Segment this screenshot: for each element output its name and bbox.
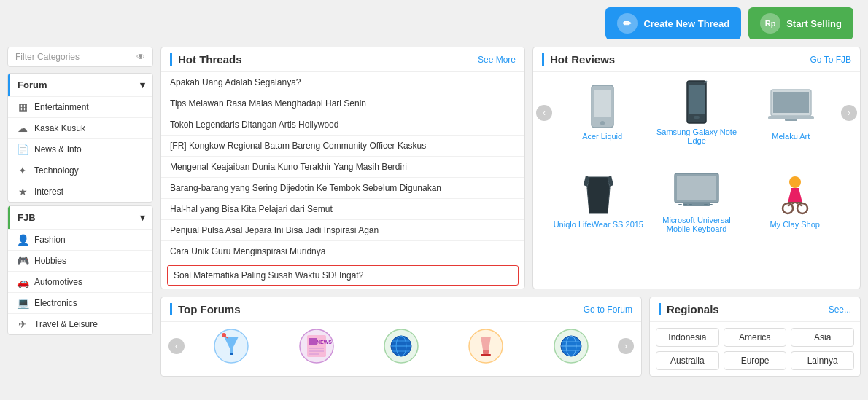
chevron-down-icon2: ▾ [140,212,145,223]
thread-item[interactable]: Tips Melawan Rasa Malas Menghadapi Hari … [161,93,524,114]
news-info-label: News & Info [34,144,82,154]
thread-item[interactable]: Penjual Pulsa Asal Jepara Ini Bisa Jadi … [161,220,524,241]
forum-icon-1 [213,328,249,364]
forum-card-1[interactable] [190,328,272,364]
travel-icon: ✈ [17,318,28,330]
forum-section-header[interactable]: Forum ▾ [8,74,152,96]
travel-label: Travel & Leisure [34,319,98,329]
forum-icon-globe1 [383,328,419,364]
review-card-melaku[interactable]: Melaku Art [744,81,838,145]
interest-icon: ★ [17,186,28,197]
sidebar: Filter Categories 👁 Forum ▾ ▦ Entertainm… [7,47,153,377]
sidebar-item[interactable]: ✦ Technology [8,160,152,181]
review-card-samsung[interactable]: Samsung Galaxy Note Edge [649,77,743,149]
thread-item[interactable]: Cara Unik Guru Menginspirasi Muridnya [161,241,524,262]
svg-point-19 [789,176,801,188]
forums-prev-arrow[interactable]: ‹ [168,338,185,354]
top-forums-title: Top Forums [170,303,241,315]
svg-rect-16 [689,204,692,205]
thread-item[interactable]: Tokoh Legendaris Ditangan Artis Hollywoo… [161,114,524,136]
tech-icon: ✦ [17,165,28,176]
create-thread-button[interactable]: ✏ Create New Thread [605,7,741,39]
svg-rect-18 [709,204,713,205]
forum-card-drink[interactable] [445,328,527,364]
fjb-section-header[interactable]: FJB ▾ [8,206,152,229]
sidebar-item[interactable]: 💻 Electronics [8,292,152,313]
auto-label: Automotives [34,277,82,287]
hot-threads-see-more[interactable]: See More [478,55,516,65]
forum-card-globe1[interactable] [360,328,442,364]
thread-item[interactable]: Mengenal Keajaiban Dunia Kuno Terakhir Y… [161,157,524,178]
forums-next-arrow[interactable]: › [618,338,634,354]
thread-item[interactable]: Hal-hal yang Bisa Kita Pelajari dari Sem… [161,199,524,220]
thread-item[interactable]: Barang-barang yang Sering Dijedotin Ke T… [161,178,524,199]
regional-indonesia[interactable]: Indonesia [656,328,719,347]
microsoft-image [651,169,743,213]
reviews-prev-arrow[interactable]: ‹ [536,105,552,121]
go-to-forum-link[interactable]: Go to Forum [584,305,632,315]
sidebar-item[interactable]: ☁ Kasak Kusuk [8,117,152,138]
svg-rect-5 [694,116,700,119]
review-card-microsoft[interactable]: Microsoft Universal Mobile Keyboard [648,165,746,238]
thread-item[interactable]: Apakah Uang Adalah Segalanya? [161,72,524,93]
top-bar: ✏ Create New Thread Rp Start Selling [0,0,868,47]
regional-europe[interactable]: Europe [724,351,787,370]
top-forums-panel: Top Forums Go to Forum ‹ [160,297,642,377]
kasak-label: Kasak Kusuk [34,123,85,133]
microsoft-name[interactable]: Microsoft Universal Mobile Keyboard [651,216,743,233]
fashion-label: Fashion [34,235,66,245]
sell-icon: Rp [760,13,780,34]
sidebar-item[interactable]: ★ Interest [8,181,152,202]
forum-icon-drink [468,328,504,364]
clay-image [748,173,841,217]
regionals-grid: Indonesia America Asia Australia Europe … [650,322,860,376]
review-card-clayfigure[interactable]: My Clay Shop [745,169,844,233]
uniqlo-name[interactable]: Uniqlo LifeWear SS 2015 [552,220,645,229]
acer-name[interactable]: Acer Liquid [558,132,646,141]
entertainment-label: Entertainment [34,102,89,112]
forum-card-news[interactable]: NEWS [275,328,357,364]
uniqlo-image [552,173,645,217]
chevron-down-icon: ▾ [140,79,145,90]
kasak-icon: ☁ [17,122,28,134]
svg-rect-14 [678,204,682,205]
go-to-fjb-link[interactable]: Go To FJB [810,55,851,65]
filter-bar[interactable]: Filter Categories 👁 [7,47,153,67]
news-icon: 📄 [17,144,28,155]
svg-rect-8 [773,92,809,113]
samsung-name[interactable]: Samsung Galaxy Note Edge [652,128,740,145]
regional-australia[interactable]: Australia [656,351,719,370]
svg-rect-45 [483,350,489,354]
melaku-image [747,85,835,129]
thread-item-highlighted[interactable]: Soal Matematika Paling Susah Waktu SD! I… [167,265,519,286]
hot-reviews-title: Hot Reviews [542,53,615,66]
sidebar-item[interactable]: 🚗 Automotives [8,271,152,292]
sidebar-item[interactable]: ✈ Travel & Leisure [8,313,152,334]
regionals-see-more[interactable]: See... [829,305,851,315]
svg-rect-4 [689,85,705,114]
tech-label: Technology [34,165,79,176]
review-card-uniqlo[interactable]: Uniqlo LifeWear SS 2015 [549,169,648,233]
forum-icon-globe2 [553,328,589,364]
start-selling-button[interactable]: Rp Start Selling [748,7,853,39]
sidebar-item-fashion[interactable]: 👤 Fashion [8,229,152,250]
regional-america[interactable]: America [724,328,787,347]
sidebar-item[interactable]: ▦ Entertainment [8,96,152,117]
electronics-icon: 💻 [17,297,28,309]
clay-name[interactable]: My Clay Shop [748,220,841,229]
regional-asia[interactable]: Asia [791,328,854,347]
acer-image [558,85,646,129]
forum-icon-news: NEWS [298,328,335,364]
hot-reviews-header: Hot Reviews Go To FJB [533,47,860,72]
fjb-section: FJB ▾ 👤 Fashion 🎮 Hobbies 🚗 Automotives … [7,205,153,335]
forum-label: Forum [18,79,47,90]
regional-lainnya[interactable]: Lainnya [791,351,854,370]
reviews-next-arrow[interactable]: › [841,105,857,121]
forum-card-globe2[interactable] [530,328,612,364]
sidebar-item[interactable]: 🎮 Hobbies [8,250,152,271]
melaku-name[interactable]: Melaku Art [747,132,835,141]
fjb-label: FJB [18,212,36,223]
sidebar-item-news-info[interactable]: 📄 News & Info [8,138,152,160]
review-card-acer[interactable]: Acer Liquid [555,81,649,145]
thread-item[interactable]: [FR] Kongkow Regional Batam Bareng Commu… [161,136,524,157]
